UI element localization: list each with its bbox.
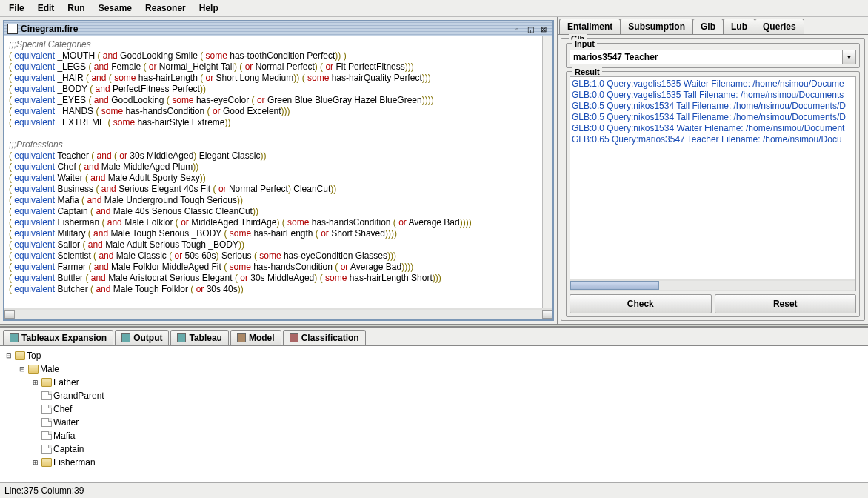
tree-waiter[interactable]: Waiter xyxy=(4,416,864,429)
folder-icon xyxy=(41,458,52,467)
query-combo: ▼ xyxy=(570,50,856,64)
scroll-track[interactable] xyxy=(570,281,855,290)
tree-toggle-icon[interactable] xyxy=(31,418,40,427)
minimize-icon[interactable]: ▫ xyxy=(511,23,523,35)
tab-icon xyxy=(237,333,246,342)
menu-edit[interactable]: Edit xyxy=(32,1,61,15)
doc-titlebar[interactable]: Cinegram.fire ▫ ◱ ⊠ xyxy=(4,21,552,36)
tree-father[interactable]: ⊞Father xyxy=(4,376,864,389)
folder-icon xyxy=(41,378,52,387)
doc-icon xyxy=(7,24,18,34)
tree-captain[interactable]: Captain xyxy=(4,442,864,456)
tree-toggle-icon[interactable] xyxy=(31,391,40,400)
tree-label: Top xyxy=(27,349,41,362)
tree-fisherman[interactable]: ⊞Fisherman xyxy=(4,456,864,469)
doc-title: Cinegram.fire xyxy=(21,24,510,34)
tree-label: Chef xyxy=(53,402,72,416)
reasoner-tabs: EntailmentSubsumptionGlbLubQueries xyxy=(558,17,868,35)
tree-toggle-icon[interactable]: ⊟ xyxy=(18,365,27,374)
scroll-right-icon[interactable] xyxy=(542,310,552,319)
tab-icon xyxy=(121,333,130,342)
tree-label: GrandParent xyxy=(53,389,104,402)
tree-mafia[interactable]: Mafia xyxy=(4,429,864,442)
result-row[interactable]: GLB:0.5 Query:nikos1534 Tall Filename: /… xyxy=(572,112,854,123)
tab-label: Model xyxy=(249,333,275,343)
scroll-thumb[interactable] xyxy=(570,281,659,290)
tab-tableau[interactable]: Tableau xyxy=(170,330,228,345)
menu-help[interactable]: Help xyxy=(193,1,224,15)
tab-classification[interactable]: Classification xyxy=(283,330,366,345)
tree-toggle-icon[interactable]: ⊞ xyxy=(31,378,40,387)
bottom-pane: Tableaux ExpansionOutputTableauModelClas… xyxy=(0,327,868,482)
tab-output[interactable]: Output xyxy=(115,330,169,345)
menu-reasoner[interactable]: Reasoner xyxy=(139,1,192,15)
tree-toggle-icon[interactable] xyxy=(31,405,40,414)
menubar: FileEditRunSesameReasonerHelp xyxy=(0,0,868,17)
tree-top[interactable]: ⊟Top xyxy=(4,349,864,362)
result-list[interactable]: GLB:1.0 Query:vagelis1535 Waiter Filenam… xyxy=(570,76,856,279)
file-icon xyxy=(41,431,52,440)
editor-hscrollbar[interactable] xyxy=(4,308,552,319)
file-icon xyxy=(41,418,52,427)
tree-chef[interactable]: Chef xyxy=(4,402,864,416)
result-row[interactable]: GLB:0.65 Query:marios3547 Teacher Filena… xyxy=(572,134,854,145)
scroll-track[interactable] xyxy=(15,310,542,319)
tree-toggle-icon[interactable]: ⊞ xyxy=(31,458,40,467)
result-row[interactable]: GLB:0.5 Query:nikos1534 Tall Filename: /… xyxy=(572,101,854,112)
check-button[interactable]: Check xyxy=(570,294,712,313)
tree-label: Fisherman xyxy=(53,456,96,469)
tree-label: Waiter xyxy=(53,416,79,429)
status-bar: Line:375 Column:39 xyxy=(0,482,868,498)
tab-label: Tableau xyxy=(189,333,221,343)
query-input[interactable] xyxy=(570,50,843,64)
tab-lub[interactable]: Lub xyxy=(723,19,755,34)
tab-queries[interactable]: Queries xyxy=(755,19,804,34)
result-group: Result GLB:1.0 Query:vagelis1535 Waiter … xyxy=(566,71,860,317)
tab-tableaux-expansion[interactable]: Tableaux Expansion xyxy=(3,330,113,345)
reset-button[interactable]: Reset xyxy=(715,294,857,313)
combo-dropdown-icon[interactable]: ▼ xyxy=(843,50,856,64)
menu-sesame[interactable]: Sesame xyxy=(93,1,138,15)
result-row[interactable]: GLB:0.0 Query:nikos1534 Waiter Filename:… xyxy=(572,123,854,134)
input-legend: Input xyxy=(572,39,597,48)
tree-male[interactable]: ⊟Male xyxy=(4,362,864,376)
classification-tree[interactable]: ⊟Top⊟Male⊞FatherGrandParentChefWaiterMaf… xyxy=(0,346,868,482)
tree-label: Captain xyxy=(53,442,84,456)
scroll-left-icon[interactable] xyxy=(4,310,15,319)
tab-label: Tableaux Expansion xyxy=(21,333,107,343)
tab-icon xyxy=(290,333,298,342)
tab-subsumption[interactable]: Subsumption xyxy=(620,19,693,34)
folder-icon xyxy=(15,351,25,360)
tab-icon xyxy=(10,333,19,342)
tree-toggle-icon[interactable] xyxy=(31,445,40,454)
tree-toggle-icon[interactable] xyxy=(31,431,40,440)
result-row[interactable]: GLB:0.0 Query:vagelis1535 Tall Filename:… xyxy=(572,90,854,101)
result-row[interactable]: GLB:1.0 Query:vagelis1535 Waiter Filenam… xyxy=(572,79,854,90)
reasoner-pane: EntailmentSubsumptionGlbLubQueries Glb I… xyxy=(557,17,868,324)
tree-label: Male xyxy=(40,362,59,376)
code-editor[interactable]: ;;;Special Categories( equivalent _MOUTH… xyxy=(4,36,542,308)
menu-run[interactable]: Run xyxy=(61,1,90,15)
tree-label: Father xyxy=(53,376,79,389)
file-icon xyxy=(41,391,52,400)
editor-pane: Cinegram.fire ▫ ◱ ⊠ ;;;Special Categorie… xyxy=(0,17,557,324)
maximize-icon[interactable]: ◱ xyxy=(524,23,536,35)
file-icon xyxy=(41,405,52,414)
result-hscrollbar[interactable] xyxy=(570,279,856,291)
tab-glb[interactable]: Glb xyxy=(692,19,724,34)
menu-file[interactable]: File xyxy=(3,1,30,15)
tree-toggle-icon[interactable]: ⊟ xyxy=(4,351,13,360)
tree-grandparent[interactable]: GrandParent xyxy=(4,389,864,402)
file-icon xyxy=(41,445,52,454)
tab-icon xyxy=(177,333,186,342)
result-legend: Result xyxy=(572,67,602,76)
close-icon[interactable]: ⊠ xyxy=(538,23,550,35)
tab-model[interactable]: Model xyxy=(230,330,281,345)
tab-label: Classification xyxy=(301,333,359,343)
tab-entailment[interactable]: Entailment xyxy=(559,19,621,34)
doc-window: Cinegram.fire ▫ ◱ ⊠ ;;;Special Categorie… xyxy=(3,20,554,321)
glb-group: Glb Input ▼ Result GLB:1.0 Query:vagelis… xyxy=(561,38,865,321)
input-group: Input ▼ xyxy=(566,43,860,68)
editor-vscrollbar[interactable] xyxy=(542,36,552,308)
tree-label: Mafia xyxy=(53,429,75,442)
